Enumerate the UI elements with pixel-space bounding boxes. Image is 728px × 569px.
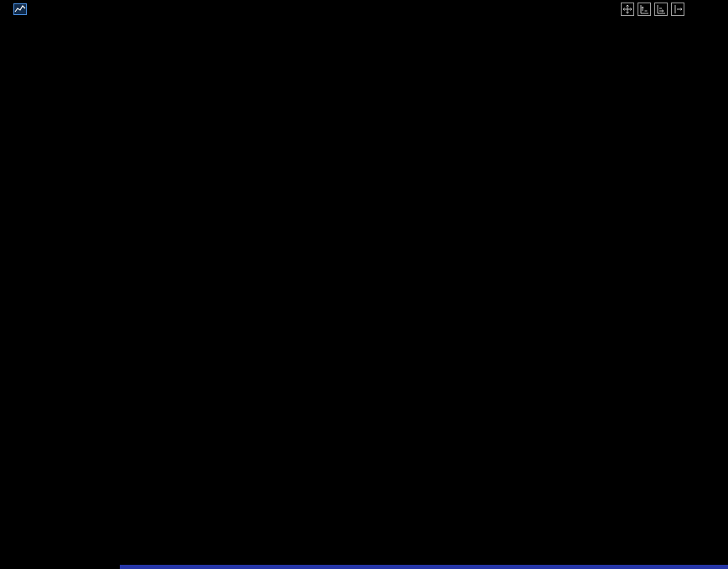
pan-tool-button[interactable] xyxy=(621,3,634,16)
chart-canvas[interactable] xyxy=(0,0,728,569)
horizontal-scrollbar[interactable] xyxy=(120,565,728,569)
chart-toolbar xyxy=(621,3,684,16)
pane-up-tool-button[interactable] xyxy=(638,3,651,16)
chart-header xyxy=(0,0,728,18)
pane-right-tool-button[interactable] xyxy=(654,3,668,16)
chart-window xyxy=(0,0,728,569)
shift-right-tool-button[interactable] xyxy=(671,3,684,16)
chart-type-icon[interactable] xyxy=(13,3,27,15)
